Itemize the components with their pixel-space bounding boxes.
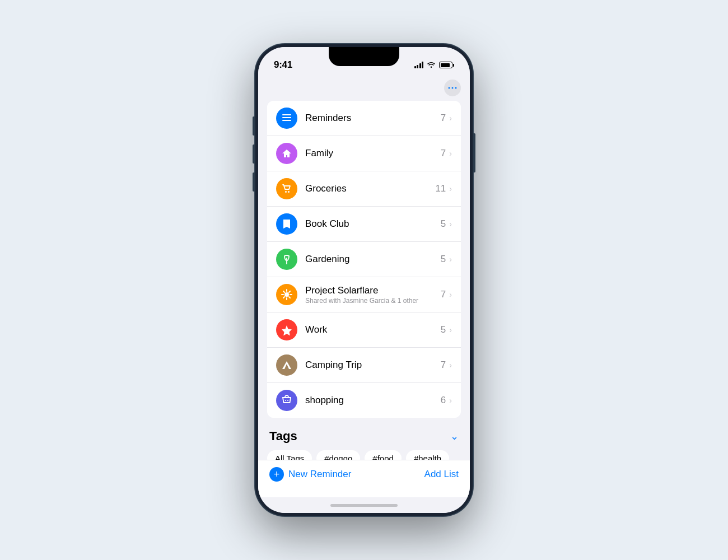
groceries-count: 11 (435, 183, 446, 194)
shopping-right: 6 › (441, 395, 452, 406)
shopping-count: 6 (441, 395, 446, 406)
list-item-shopping[interactable]: shopping 6 › (267, 383, 461, 418)
svg-point-7 (288, 191, 290, 193)
svg-point-0 (449, 87, 450, 89)
groceries-content: Groceries (305, 183, 435, 194)
project-solarflare-icon (276, 284, 297, 305)
svg-point-18 (287, 400, 288, 401)
notch (329, 47, 399, 66)
gardening-count: 5 (441, 254, 446, 265)
gardening-icon (276, 249, 297, 270)
tag-food[interactable]: #food (365, 450, 402, 460)
project-solarflare-subtitle: Shared with Jasmine Garcia & 1 other (305, 297, 441, 305)
book-club-chevron-icon: › (449, 220, 452, 228)
plus-icon: + (269, 467, 284, 482)
svg-point-2 (455, 87, 457, 89)
work-title: Work (305, 324, 441, 335)
list-item-family[interactable]: Family 7 › (267, 136, 461, 171)
camping-trip-title: Camping Trip (305, 360, 441, 371)
work-chevron-icon: › (449, 325, 452, 334)
new-reminder-button[interactable]: + New Reminder (269, 467, 351, 482)
svg-point-8 (284, 292, 289, 297)
status-time: 9:41 (274, 59, 292, 71)
work-count: 5 (441, 324, 446, 335)
reminders-right: 7 › (441, 113, 452, 124)
camping-trip-content: Camping Trip (305, 360, 441, 371)
svg-line-14 (289, 297, 290, 298)
ellipsis-button[interactable] (444, 80, 461, 96)
family-content: Family (305, 148, 441, 159)
tag-doggo[interactable]: #doggo (316, 450, 360, 460)
shopping-chevron-icon: › (449, 396, 452, 405)
add-list-button[interactable]: Add List (424, 469, 459, 480)
top-bar (258, 75, 470, 101)
tags-collapse-icon[interactable]: ⌄ (450, 430, 459, 442)
home-indicator (258, 497, 470, 513)
list-item-work[interactable]: Work 5 › (267, 312, 461, 348)
home-bar (330, 504, 398, 507)
svg-point-1 (452, 87, 454, 89)
book-club-icon (276, 213, 297, 235)
battery-icon (439, 62, 454, 68)
list-item-camping-trip[interactable]: Camping Trip 7 › (267, 348, 461, 383)
status-icons (414, 61, 455, 69)
shopping-content: shopping (305, 395, 441, 406)
list-item-reminders[interactable]: Reminders 7 › (267, 101, 461, 136)
work-icon (276, 319, 297, 340)
wifi-icon (427, 61, 436, 69)
family-title: Family (305, 148, 441, 159)
groceries-right: 11 › (435, 183, 452, 194)
project-solarflare-count: 7 (441, 289, 446, 300)
reminders-icon (276, 108, 297, 129)
list-item-groceries[interactable]: Groceries 11 › (267, 171, 461, 207)
book-club-title: Book Club (305, 218, 441, 230)
camping-trip-icon (276, 354, 297, 376)
gardening-right: 5 › (441, 254, 452, 265)
groceries-title: Groceries (305, 183, 435, 194)
reminders-list: Reminders 7 › Family (267, 101, 461, 418)
gardening-content: Gardening (305, 254, 441, 265)
shopping-title: shopping (305, 395, 441, 406)
tag-health[interactable]: #health (406, 450, 449, 460)
camping-trip-right: 7 › (441, 360, 452, 371)
list-item-book-club[interactable]: Book Club 5 › (267, 207, 461, 242)
list-item-project-solarflare[interactable]: Project Solarflare Shared with Jasmine G… (267, 277, 461, 312)
groceries-chevron-icon: › (449, 184, 452, 193)
camping-trip-chevron-icon: › (449, 361, 452, 370)
phone-screen: 9:41 (258, 47, 470, 513)
project-solarflare-chevron-icon: › (449, 290, 452, 299)
family-count: 7 (441, 148, 446, 159)
tags-grid: All Tags #doggo #food #health #house #sh… (267, 450, 461, 460)
reminders-chevron-icon: › (449, 114, 452, 123)
new-reminder-label: New Reminder (288, 469, 351, 480)
svg-line-13 (283, 291, 284, 292)
camping-trip-count: 7 (441, 360, 446, 371)
gardening-chevron-icon: › (449, 255, 452, 264)
svg-line-16 (283, 297, 284, 298)
content-area[interactable]: Reminders 7 › Family (258, 75, 470, 460)
list-item-gardening[interactable]: Gardening 5 › (267, 242, 461, 277)
family-chevron-icon: › (449, 149, 452, 158)
family-icon (276, 143, 297, 164)
bottom-bar: + New Reminder Add List (258, 460, 470, 497)
phone-frame: 9:41 (255, 44, 473, 516)
svg-point-6 (285, 191, 287, 193)
book-club-content: Book Club (305, 218, 441, 230)
reminders-content: Reminders (305, 113, 441, 124)
svg-line-15 (289, 291, 290, 292)
work-content: Work (305, 324, 441, 335)
project-solarflare-content: Project Solarflare Shared with Jasmine G… (305, 285, 441, 305)
shopping-icon (276, 390, 297, 411)
tag-all-tags[interactable]: All Tags (267, 450, 312, 460)
project-solarflare-title: Project Solarflare (305, 285, 441, 296)
reminders-title: Reminders (305, 113, 441, 124)
book-club-right: 5 › (441, 218, 452, 230)
svg-rect-5 (282, 120, 291, 121)
groceries-icon (276, 178, 297, 199)
family-right: 7 › (441, 148, 452, 159)
tags-title: Tags (269, 429, 297, 444)
book-club-count: 5 (441, 218, 446, 230)
svg-point-17 (285, 400, 286, 401)
tags-header: Tags ⌄ (267, 429, 461, 450)
tags-section: Tags ⌄ All Tags #doggo #food #health #ho… (267, 429, 461, 460)
